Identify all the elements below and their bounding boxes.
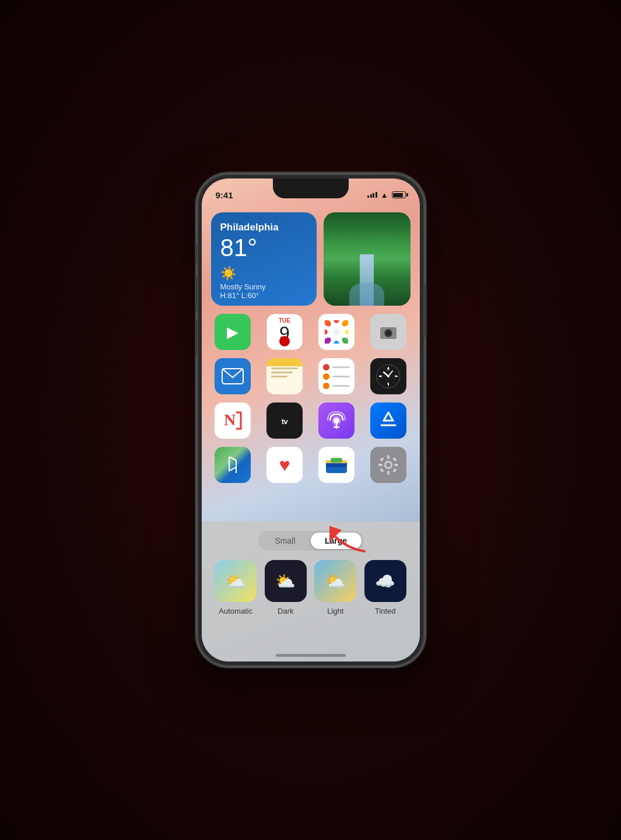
weather-condition-icon: ☀️ (220, 266, 307, 281)
bottom-panel: Small Large (202, 522, 420, 662)
app-maps[interactable] (211, 447, 255, 483)
size-large[interactable]: Large (311, 533, 362, 549)
phone-frame: 9:41 ▲ Philadelphia (197, 174, 424, 666)
svg-rect-52 (392, 468, 397, 473)
clock-icon: 12 3 6 9 (370, 358, 406, 394)
signal-bar-4 (376, 192, 377, 198)
wifi-icon: ▲ (381, 191, 388, 200)
calendar-badge (279, 336, 290, 346)
widget-label-light: Light (327, 607, 343, 615)
weather-widget[interactable]: Philadelphia 81° ☀️ Mostly Sunny H:81° L… (211, 212, 317, 306)
widget-auto-content: ⛅ (215, 560, 257, 602)
size-selector[interactable]: Small Large (258, 531, 363, 551)
health-icon: ♥ (266, 447, 303, 483)
widget-dark-content: ⛅ (265, 560, 307, 602)
settings-icon (370, 447, 406, 483)
widget-dark-icon: ⛅ (275, 572, 296, 591)
svg-point-1 (334, 320, 339, 323)
svg-text:3: 3 (394, 374, 396, 378)
calendar-icon: TUE 9 (266, 314, 303, 350)
widget-option-light[interactable]: ⛅ Light (314, 560, 356, 615)
reminder-dot-1 (323, 364, 329, 370)
app-appstore[interactable] (367, 402, 411, 439)
svg-point-7 (325, 329, 328, 335)
svg-rect-42 (331, 458, 342, 463)
app-podcasts[interactable] (315, 402, 359, 439)
svg-rect-47 (378, 464, 383, 466)
svg-point-28 (387, 375, 390, 377)
reminder-line-3 (332, 385, 350, 387)
reminder-row-3 (323, 383, 350, 389)
app-notes[interactable] (263, 358, 307, 394)
svg-point-0 (333, 328, 340, 335)
app-calendar[interactable]: TUE 9 (263, 314, 307, 350)
tv-icon: tv (266, 402, 303, 439)
widget-tinted-icon: ☁️ (375, 572, 395, 591)
app-clock[interactable]: 12 3 6 9 (367, 358, 411, 394)
app-row-3: N tv (211, 402, 411, 439)
weather-high-low: H:81° L:60° (220, 291, 307, 300)
svg-point-14 (390, 328, 392, 330)
app-health[interactable]: ♥ (263, 447, 307, 483)
svg-point-4 (341, 336, 348, 344)
svg-rect-51 (380, 468, 384, 473)
signal-icon (367, 192, 377, 198)
app-reminders[interactable] (315, 358, 359, 394)
silent-button[interactable] (195, 244, 197, 262)
battery-fill (393, 193, 403, 197)
status-icons: ▲ (367, 191, 405, 200)
widget-option-automatic[interactable]: ⛅ Automatic (215, 560, 257, 615)
reminders-icon (318, 358, 355, 394)
reminder-row-1 (323, 364, 350, 370)
volume-up-button[interactable] (195, 276, 197, 311)
notes-icon (266, 358, 303, 394)
maps-icon (215, 447, 251, 483)
app-mail[interactable] (211, 358, 255, 394)
widget-light-content: ⛅ (314, 560, 356, 602)
svg-point-5 (334, 341, 339, 344)
reminder-line-2 (332, 376, 350, 377)
svg-rect-50 (392, 457, 397, 462)
svg-point-13 (387, 331, 391, 335)
battery-icon (392, 191, 406, 198)
wallet-icon (318, 447, 355, 483)
app-settings[interactable] (367, 447, 411, 483)
power-button[interactable] (424, 285, 427, 337)
widget-label-tinted: Tinted (375, 607, 396, 615)
status-time: 9:41 (216, 190, 233, 200)
app-row-2: 12 3 6 9 (211, 358, 411, 394)
app-wallet[interactable] (315, 447, 359, 483)
facetime-icon: ▶ (215, 314, 251, 350)
app-photos[interactable] (315, 314, 359, 350)
svg-line-37 (229, 457, 236, 460)
widget-tinted-content: ☁️ (364, 560, 406, 602)
app-news[interactable]: N (211, 402, 255, 439)
app-camera[interactable] (367, 314, 411, 350)
widget-light-icon: ⛅ (325, 572, 346, 591)
notch (273, 178, 349, 198)
weather-description: Mostly Sunny (220, 282, 307, 291)
svg-text:12: 12 (387, 368, 390, 371)
app-facetime[interactable]: ▶ (211, 314, 255, 350)
wallet-svg (325, 456, 348, 474)
svg-point-6 (325, 336, 332, 344)
svg-text:N: N (224, 411, 236, 429)
size-small[interactable]: Small (260, 533, 311, 549)
app-tv[interactable]: tv (263, 402, 307, 439)
clock-svg: 12 3 6 9 (374, 362, 402, 390)
volume-down-button[interactable] (195, 320, 197, 355)
widget-option-dark[interactable]: ⛅ Dark (265, 560, 307, 615)
reminder-dot-2 (323, 373, 329, 380)
photo-placeholder (324, 212, 411, 306)
widget-preview-tinted: ☁️ (364, 560, 406, 602)
widget-options: ⛅ Automatic ⛅ Dark (211, 560, 411, 615)
svg-point-2 (341, 320, 348, 328)
photo-widget[interactable] (324, 212, 411, 306)
svg-point-32 (334, 418, 339, 424)
photos-svg (325, 320, 348, 344)
widget-option-tinted[interactable]: ☁️ Tinted (364, 560, 406, 615)
signal-bar-3 (373, 193, 374, 198)
widget-label-automatic: Automatic (219, 607, 252, 615)
widget-auto-icon: ⛅ (226, 572, 246, 591)
widget-preview-automatic: ⛅ (215, 560, 257, 602)
